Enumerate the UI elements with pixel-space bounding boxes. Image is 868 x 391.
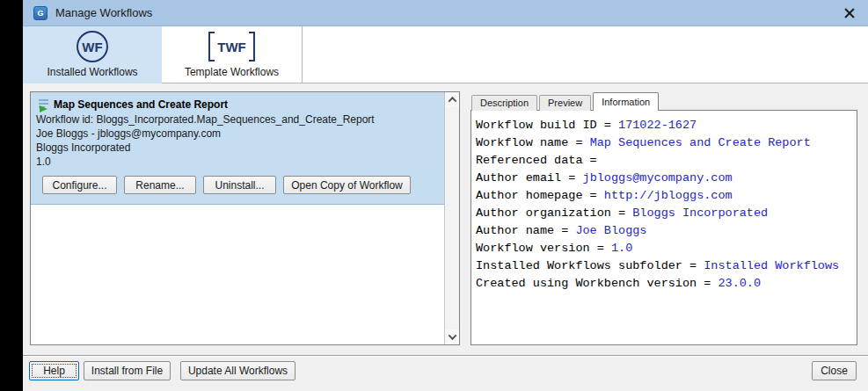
help-button[interactable]: Help xyxy=(29,361,79,380)
info-label: Workflow version = xyxy=(476,242,611,255)
install-from-file-button[interactable]: Install from File xyxy=(84,361,171,380)
bracket-right-icon xyxy=(249,32,255,62)
tab-label: Template Workflows xyxy=(185,66,279,78)
info-line: Installed Workflows subfolder = Installe… xyxy=(476,257,853,275)
info-value: 171022-1627 xyxy=(618,119,697,132)
window-title: Manage Workflows xyxy=(55,0,152,26)
tab-installed-workflows[interactable]: WF Installed Workflows xyxy=(23,26,162,83)
scroll-down-icon[interactable] xyxy=(445,329,459,344)
tab-label: Installed Workflows xyxy=(47,66,137,78)
info-label: Author homepage = xyxy=(476,189,604,202)
configure-button[interactable]: Configure... xyxy=(42,176,117,194)
info-line: Workflow build ID = 171022-1627 xyxy=(476,117,853,134)
info-line: Author name = Joe Bloggs xyxy=(476,222,853,240)
workflow-icon xyxy=(36,98,50,112)
close-button[interactable]: Close xyxy=(812,361,857,380)
info-label: Author email = xyxy=(476,171,583,185)
info-line: Author organization = Bloggs Incorporate… xyxy=(476,205,853,222)
tab-description[interactable]: Description xyxy=(471,95,537,111)
info-line: Workflow name = Map Sequences and Create… xyxy=(476,134,853,152)
info-value: http://jbloggs.com xyxy=(604,189,733,202)
info-label: Workflow name = xyxy=(476,136,590,149)
info-line: Referenced data = xyxy=(476,152,853,170)
info-label: Author organization = xyxy=(476,206,632,220)
info-value: Bloggs Incorporated xyxy=(632,206,768,220)
detail-tabs: Description Preview Information xyxy=(471,93,660,111)
workflow-list-item-selected[interactable]: Map Sequences and Create Report Workflow… xyxy=(31,92,444,205)
info-label: Referenced data = xyxy=(476,154,604,167)
info-line: Author email = jbloggs@mycompany.com xyxy=(476,170,853,187)
bracket-left-icon xyxy=(208,32,215,62)
rename-button[interactable]: Rename... xyxy=(124,176,196,194)
info-value: jbloggs@mycompany.com xyxy=(583,171,733,185)
info-value: Joe Bloggs xyxy=(575,224,646,237)
tab-preview[interactable]: Preview xyxy=(539,95,591,111)
workflow-version: 1.0 xyxy=(36,155,439,169)
footer-divider xyxy=(23,355,868,356)
info-label: Author name = xyxy=(476,224,575,237)
scroll-up-icon[interactable] xyxy=(445,92,459,107)
workflow-id: Workflow id: Bloggs_Incorporated.Map_Seq… xyxy=(36,112,439,127)
installed-workflow-list: Map Sequences and Create Report Workflow… xyxy=(30,91,460,345)
info-label: Installed Workflows subfolder = xyxy=(476,259,704,272)
workflow-title: Map Sequences and Create Report xyxy=(54,98,228,111)
uninstall-button[interactable]: Uninstall... xyxy=(203,176,276,194)
close-icon[interactable] xyxy=(842,6,857,20)
info-label: Created using Workbench version = xyxy=(476,277,718,290)
manage-workflows-dialog: G Manage Workflows WF Installed Workflow… xyxy=(23,0,868,391)
tab-information[interactable]: Information xyxy=(593,92,659,111)
info-line: Created using Workbench version = 23.0.0 xyxy=(476,275,853,293)
info-label: Workflow build ID = xyxy=(476,119,618,132)
tab-template-workflows[interactable]: TWF Template Workflows xyxy=(162,26,303,83)
installed-workflows-icon: WF xyxy=(77,31,108,62)
open-copy-of-workflow-button[interactable]: Open Copy of Workflow xyxy=(283,176,411,194)
information-panel: Workflow build ID = 171022-1627 Workflow… xyxy=(470,110,857,345)
info-line: Workflow version = 1.0 xyxy=(476,240,853,257)
info-value: Installed Workflows xyxy=(704,259,839,272)
info-value: Map Sequences and Create Report xyxy=(590,136,811,149)
info-value: 1.0 xyxy=(611,242,632,255)
workflow-author: Joe Bloggs - jbloggs@mycompany.com xyxy=(36,127,439,141)
info-line: Author homepage = http://jbloggs.com xyxy=(476,187,853,205)
titlebar: G Manage Workflows xyxy=(23,0,868,26)
update-all-workflows-button[interactable]: Update All Workflows xyxy=(180,361,295,380)
workflow-organization: Bloggs Incorporated xyxy=(36,141,439,155)
app-logo-icon: G xyxy=(33,6,47,20)
twf-glyph: TWF xyxy=(215,40,248,54)
info-value: 23.0.0 xyxy=(718,277,761,290)
template-workflows-icon: TWF xyxy=(208,31,254,62)
workflow-type-tabstrip: WF Installed Workflows TWF Template Work… xyxy=(23,26,868,83)
list-scrollbar[interactable] xyxy=(444,92,459,344)
